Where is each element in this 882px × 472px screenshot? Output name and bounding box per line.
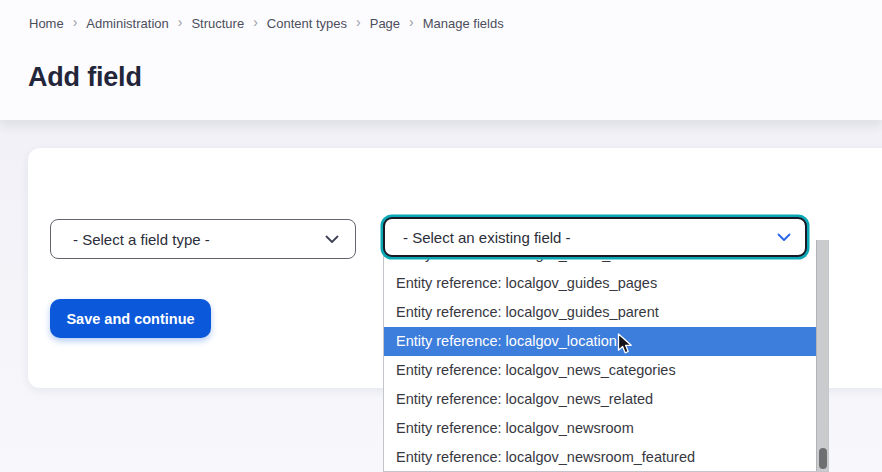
field-type-select-value: - Select a field type - xyxy=(73,231,210,248)
option-localgov-news-categories[interactable]: Entity reference: localgov_news_categori… xyxy=(384,356,816,385)
option-localgov-news-related[interactable]: Entity reference: localgov_news_related xyxy=(384,385,816,414)
page-title: Add field xyxy=(28,62,142,93)
breadcrumb-manage-fields: Manage fields xyxy=(423,16,504,31)
dropdown-scrollbar[interactable] xyxy=(816,240,828,471)
save-and-continue-button[interactable]: Save and continue xyxy=(50,299,211,338)
existing-field-option-list: Entity reference: localgov_event_venue E… xyxy=(383,240,829,472)
breadcrumb-separator-icon: › xyxy=(73,16,78,29)
page-header: Home › Administration › Structure › Cont… xyxy=(0,0,882,120)
option-localgov-guides-pages[interactable]: Entity reference: localgov_guides_pages xyxy=(384,269,816,298)
option-localgov-guides-parent[interactable]: Entity reference: localgov_guides_parent xyxy=(384,298,816,327)
existing-field-select[interactable]: - Select an existing field - xyxy=(383,217,807,257)
dropdown-scrollbar-thumb[interactable] xyxy=(819,448,827,469)
breadcrumb-separator-icon: › xyxy=(253,16,258,29)
breadcrumb-administration[interactable]: Administration xyxy=(86,16,168,31)
breadcrumb-structure[interactable]: Structure xyxy=(191,16,244,31)
option-localgov-newsroom-featured[interactable]: Entity reference: localgov_newsroom_feat… xyxy=(384,443,816,472)
breadcrumb-content-types[interactable]: Content types xyxy=(267,16,347,31)
breadcrumb-separator-icon: › xyxy=(356,16,361,29)
breadcrumb-home[interactable]: Home xyxy=(29,16,64,31)
existing-field-select-value: - Select an existing field - xyxy=(403,229,571,246)
option-localgov-newsroom[interactable]: Entity reference: localgov_newsroom xyxy=(384,414,816,443)
breadcrumb-separator-icon: › xyxy=(178,16,183,29)
field-type-select[interactable]: - Select a field type - xyxy=(50,219,356,259)
breadcrumb: Home › Administration › Structure › Cont… xyxy=(29,16,504,31)
option-localgov-location[interactable]: Entity reference: localgov_location xyxy=(384,327,816,356)
breadcrumb-separator-icon: › xyxy=(409,16,414,29)
option-list: Entity reference: localgov_event_venue E… xyxy=(384,240,816,471)
breadcrumb-page[interactable]: Page xyxy=(370,16,400,31)
chevron-down-icon xyxy=(325,235,339,244)
screen: Home › Administration › Structure › Cont… xyxy=(0,0,882,472)
chevron-down-icon xyxy=(777,233,791,242)
